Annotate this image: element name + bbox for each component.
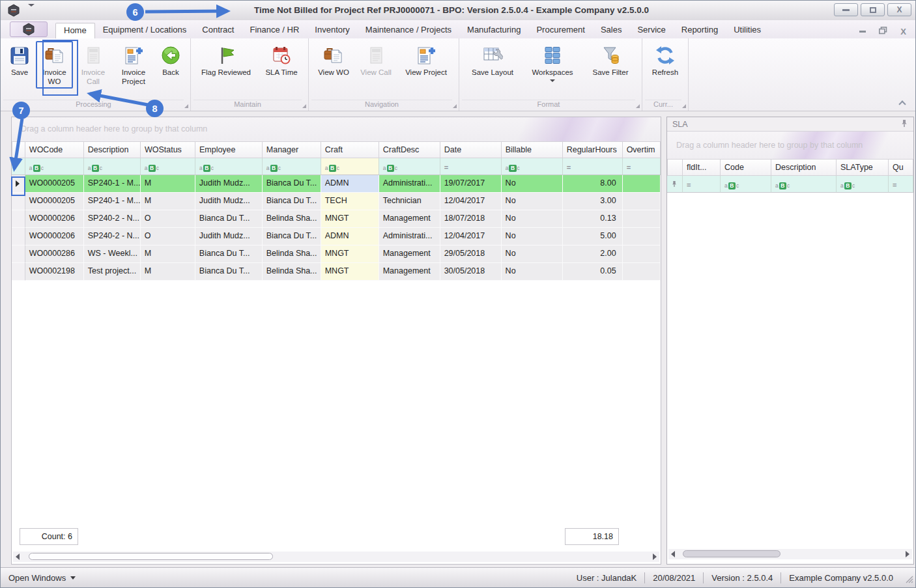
cell-description[interactable]: Test project... <box>84 263 141 281</box>
filter-cell-regularhours[interactable]: = <box>563 158 623 175</box>
application-button[interactable] <box>10 21 48 37</box>
horizontal-scrollbar[interactable] <box>13 552 659 562</box>
column-header-wocode[interactable]: WOCode <box>25 141 84 158</box>
maximize-button[interactable] <box>861 3 885 16</box>
cell-craftdesc[interactable]: Administrati... <box>379 175 440 193</box>
tab-service[interactable]: Service <box>629 23 673 38</box>
cell-craft[interactable]: MNGT <box>321 245 379 263</box>
save-filter-button[interactable]: Save Filter <box>583 41 638 80</box>
filter-cell-description[interactable]: aBc <box>84 158 141 175</box>
cell-craftdesc[interactable]: Technician <box>379 193 440 210</box>
back-button[interactable]: Back <box>155 41 186 80</box>
column-header-craftdesc[interactable]: CraftDesc <box>379 141 440 158</box>
table-row[interactable]: WO0000205SP240-1 - M...MJudith Mudz...Bi… <box>12 175 661 193</box>
table-row[interactable]: WO0000205SP240-1 - M...MJudith Mudz...Bi… <box>12 193 661 210</box>
cell-regular_hours[interactable]: 2.00 <box>563 245 623 263</box>
cell-wocode[interactable]: WO0002198 <box>25 263 84 281</box>
sla-scroll-left-icon[interactable] <box>668 550 678 559</box>
column-header-code[interactable]: Code <box>721 159 771 176</box>
cell-wostatus[interactable]: O <box>141 228 195 245</box>
cell-description[interactable]: SP240-1 - M... <box>84 193 141 210</box>
filter-cell-date[interactable]: = <box>440 158 502 175</box>
tab-manufacturing[interactable]: Manufacturing <box>459 23 528 38</box>
tab-sales[interactable]: Sales <box>593 23 630 38</box>
column-header-fldit[interactable]: fldIt... <box>683 159 721 176</box>
tab-inventory[interactable]: Inventory <box>307 23 357 38</box>
dialog-launcher-icon[interactable] <box>682 104 686 108</box>
quick-access-caret-icon[interactable] <box>28 7 35 18</box>
cell-overtime[interactable] <box>623 228 661 245</box>
cell-billable[interactable]: No <box>502 245 563 263</box>
cell-regular_hours[interactable]: 0.05 <box>563 263 623 281</box>
invoice-wo-button[interactable]: Invoice WO <box>36 41 73 89</box>
tab-home[interactable]: Home <box>55 23 95 38</box>
cell-overtime[interactable] <box>623 175 661 193</box>
tab-reporting[interactable]: Reporting <box>674 23 726 38</box>
row-indicator-cell[interactable] <box>12 245 25 263</box>
tab-maintenance-projects[interactable]: Maintenance / Projects <box>358 23 459 38</box>
column-header-manager[interactable]: Manager <box>263 141 321 158</box>
cell-date[interactable]: 19/07/2017 <box>440 175 502 193</box>
cell-regular_hours[interactable]: 0.13 <box>563 210 623 228</box>
scroll-left-icon[interactable] <box>13 552 22 561</box>
cell-craft[interactable]: MNGT <box>321 263 379 281</box>
tab-utilities[interactable]: Utilities <box>726 23 769 38</box>
mdi-close-icon[interactable]: X <box>900 27 906 36</box>
cell-manager[interactable]: Bianca Du T... <box>263 228 321 245</box>
filter-cell-slatype[interactable]: aBc <box>837 176 889 193</box>
cell-date[interactable]: 30/05/2018 <box>440 263 502 281</box>
ribbon-collapse-icon[interactable] <box>900 100 906 106</box>
cell-employee[interactable]: Judith Mudz... <box>195 193 263 210</box>
cell-wostatus[interactable]: M <box>141 263 195 281</box>
resize-grip[interactable] <box>905 575 913 585</box>
sla-group-by-panel[interactable]: Drag a column header here to group by th… <box>667 132 913 159</box>
cell-employee[interactable]: Judith Mudz... <box>195 175 263 193</box>
column-header-regularhours[interactable]: RegularHours <box>563 141 623 158</box>
row-indicator-cell[interactable] <box>12 228 25 245</box>
cell-wocode[interactable]: WO0000205 <box>25 175 84 193</box>
filter-cell-overtim[interactable]: = <box>623 158 661 175</box>
cell-billable[interactable]: No <box>502 175 563 193</box>
cell-craft[interactable]: ADMN <box>321 228 379 245</box>
cell-date[interactable]: 18/07/2018 <box>440 210 502 228</box>
filter-cell-wostatus[interactable]: aBc <box>141 158 195 175</box>
cell-wostatus[interactable]: M <box>141 193 195 210</box>
column-header-overtim[interactable]: Overtim <box>623 141 661 158</box>
dialog-launcher-icon[interactable] <box>636 104 640 108</box>
column-header-craft[interactable]: Craft <box>321 141 379 158</box>
cell-manager[interactable]: Bianca Du T... <box>263 193 321 210</box>
refresh-button[interactable]: Refresh <box>646 41 684 80</box>
column-header-billable[interactable]: Billable <box>502 141 563 158</box>
table-row[interactable]: WO0002198Test project...MBianca Du T...B… <box>12 263 661 281</box>
cell-billable[interactable]: No <box>502 228 563 245</box>
column-header-qu[interactable]: Qu <box>889 159 913 176</box>
cell-craftdesc[interactable]: Management <box>379 263 440 281</box>
column-header-wostatus[interactable]: WOStatus <box>141 141 195 158</box>
cell-craftdesc[interactable]: Management <box>379 210 440 228</box>
cell-wostatus[interactable]: O <box>141 210 195 228</box>
filter-cell-billable[interactable]: aBc <box>502 158 563 175</box>
mdi-restore-icon[interactable] <box>879 25 887 37</box>
tab-finance-hr[interactable]: Finance / HR <box>242 23 307 38</box>
cell-wocode[interactable]: WO0000205 <box>25 193 84 210</box>
cell-overtime[interactable] <box>623 193 661 210</box>
cell-wocode[interactable]: WO0000206 <box>25 228 84 245</box>
cell-overtime[interactable] <box>623 245 661 263</box>
cell-date[interactable]: 29/05/2018 <box>440 245 502 263</box>
scrollbar-thumb[interactable] <box>29 553 273 560</box>
cell-date[interactable]: 12/04/2017 <box>440 228 502 245</box>
save-button[interactable]: Save <box>5 41 35 80</box>
cell-manager[interactable]: Belinda Sha... <box>263 245 321 263</box>
invoice-project-button[interactable]: Invoice Project <box>113 41 154 89</box>
workspaces-button[interactable]: Workspaces <box>523 41 582 85</box>
row-indicator-cell[interactable] <box>12 193 25 210</box>
cell-craftdesc[interactable]: Management <box>379 245 440 263</box>
cell-regular_hours[interactable]: 8.00 <box>563 175 623 193</box>
dialog-launcher-icon[interactable] <box>302 104 306 108</box>
group-by-panel[interactable]: Drag a column header here to group by th… <box>12 117 661 141</box>
cell-billable[interactable]: No <box>502 210 563 228</box>
tab-equipment-locations[interactable]: Equipment / Locations <box>95 23 195 38</box>
cell-manager[interactable]: Belinda Sha... <box>263 263 321 281</box>
sla-scrollbar-track[interactable] <box>678 550 903 559</box>
row-indicator-cell[interactable] <box>12 210 25 228</box>
